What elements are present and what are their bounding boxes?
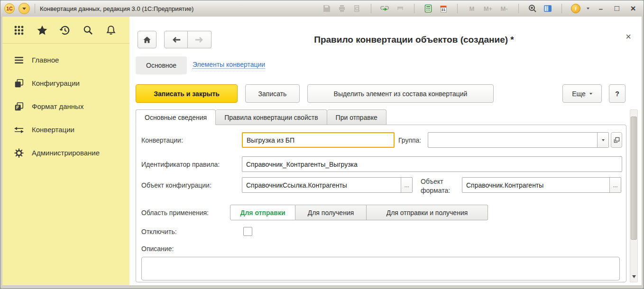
format-object-value: Справочник.Контрагенты <box>462 181 609 189</box>
more-button[interactable]: Еще <box>562 84 602 103</box>
tab-main-label: Основное <box>146 62 176 69</box>
scope-for-receiving[interactable]: Для получения <box>295 205 367 220</box>
forward-button[interactable] <box>188 31 212 48</box>
titlebar-divider <box>371 4 371 13</box>
main-menu-button[interactable] <box>18 3 30 14</box>
sidebar: Главное Конфигурации Формат данных Конве… <box>2 17 129 285</box>
titlebar-divider <box>561 4 562 13</box>
calendar-day: 31 <box>441 8 447 12</box>
chevron-down-icon <box>602 139 605 141</box>
memory-m-button[interactable]: M <box>465 5 478 12</box>
description-textarea[interactable] <box>141 257 620 280</box>
favorites-star-icon[interactable] <box>36 24 48 36</box>
vertical-scrollbar[interactable] <box>630 109 638 282</box>
sidebar-item-administration[interactable]: Администрирование <box>2 141 129 164</box>
help-button[interactable]: ? <box>609 84 626 103</box>
group-label: Группа: <box>398 136 421 144</box>
memory-m-plus-button[interactable]: M+ <box>481 5 495 12</box>
chevron-down-icon <box>589 93 592 95</box>
back-arrow-icon <box>171 36 181 44</box>
link-icon[interactable] <box>379 3 391 14</box>
notifications-bell-icon[interactable] <box>105 24 117 36</box>
page-title: Правило конвертации объектов (создание) … <box>224 35 604 45</box>
sidebar-item-label: Администрирование <box>32 149 100 157</box>
disable-label: Отключить: <box>141 228 177 235</box>
data-format-icon <box>13 101 25 112</box>
calendar-icon[interactable]: 31 <box>437 3 450 14</box>
1c-logo-text: 1С <box>7 6 13 11</box>
open-in-window-icon <box>614 137 620 143</box>
titlebar-divider <box>35 4 35 13</box>
tab-general-info[interactable]: Основные сведения <box>136 109 216 125</box>
history-icon[interactable] <box>59 24 71 36</box>
sidebar-item-configurations[interactable]: Конфигурации <box>2 72 129 95</box>
description-label: Описание: <box>141 245 174 253</box>
save-button[interactable]: Записать <box>245 84 300 103</box>
config-object-choose-button[interactable]: ... <box>401 178 412 192</box>
forward-arrow-icon <box>195 36 204 44</box>
more-label: Еще <box>572 90 586 98</box>
print-icon[interactable] <box>336 3 348 14</box>
scope-for-sending[interactable]: Для отправки <box>230 205 295 220</box>
conversions-icon <box>13 124 25 135</box>
format-object-input[interactable]: Справочник.Контрагенты ... <box>462 177 621 193</box>
group-open-button[interactable] <box>611 132 622 148</box>
sidebar-item-data-format[interactable]: Формат данных <box>2 95 129 118</box>
print-document-icon[interactable] <box>394 3 406 14</box>
title-bar: 1С Конвертация данных, редакция 3.0 (1С:… <box>0 0 644 17</box>
conversion-input[interactable]: Выгрузка из БП <box>242 132 395 148</box>
administration-gear-icon <box>13 147 25 159</box>
sidebar-item-main[interactable]: Главное <box>2 48 129 72</box>
menu-lines-icon <box>13 54 25 66</box>
rule-id-label: Идентификатор правила: <box>141 161 220 168</box>
conversion-value: Выгрузка из БП <box>243 136 394 144</box>
minimize-button[interactable]: – <box>594 5 607 13</box>
conversion-label: Конвертации: <box>141 136 183 144</box>
tab-main[interactable]: Основное <box>136 56 187 74</box>
app-window: 1С Конвертация данных, редакция 3.0 (1С:… <box>0 0 644 289</box>
form-tabstrip: Основные сведения Правила конвертации св… <box>136 109 386 125</box>
sidebar-divider <box>2 43 129 44</box>
group-dropdown-button[interactable] <box>597 133 608 147</box>
sidebar-item-label: Конвертации <box>32 126 74 134</box>
print-preview-icon[interactable] <box>351 3 363 14</box>
back-button[interactable] <box>164 31 188 48</box>
tab-property-conversion-rules[interactable]: Правила конвертации свойств <box>216 109 327 125</box>
disable-checkbox[interactable] <box>243 227 252 236</box>
config-object-input[interactable]: СправочникСсылка.Контрагенты ... <box>242 177 413 193</box>
search-icon[interactable] <box>82 24 94 36</box>
group-input[interactable] <box>428 132 609 148</box>
scope-label: Область применения: <box>141 209 209 217</box>
format-object-label: Объект формата: <box>421 177 460 195</box>
save-icon[interactable] <box>321 3 333 14</box>
save-and-close-button[interactable]: Записать и закрыть <box>136 84 238 103</box>
close-form-button[interactable]: × <box>626 32 631 41</box>
info-icon[interactable]: i <box>570 3 582 14</box>
memory-m-minus-button[interactable]: M- <box>497 5 511 12</box>
format-object-choose-button[interactable]: ... <box>609 178 621 192</box>
main-content: Правило конвертации объектов (создание) … <box>129 17 642 285</box>
scrollbar-thumb[interactable] <box>631 117 637 240</box>
chevron-down-icon <box>22 8 26 10</box>
sidebar-item-conversions[interactable]: Конвертации <box>2 118 129 141</box>
info-chevron-icon[interactable] <box>585 3 591 14</box>
close-window-button[interactable]: × <box>626 3 640 14</box>
apps-grid-icon[interactable] <box>13 24 25 36</box>
calculator-icon[interactable] <box>422 3 434 14</box>
maximize-button[interactable]: □ <box>610 4 624 13</box>
scope-for-sending-and-receiving[interactable]: Для отправки и получения <box>367 205 488 220</box>
extract-element-button[interactable]: Выделить элемент из состава конвертаций <box>307 84 494 103</box>
scroll-down-arrow-icon[interactable] <box>632 275 636 278</box>
rule-id-input[interactable]: Справочник_Контрагенты_Выгрузка <box>242 156 622 172</box>
rule-id-value: Справочник_Контрагенты_Выгрузка <box>242 161 622 168</box>
titlebar-divider <box>457 4 458 13</box>
scope-toggle-group: Для отправки Для получения Для отправки … <box>230 205 488 220</box>
titlebar-divider <box>518 4 519 13</box>
tab-on-send[interactable]: При отправке <box>327 109 386 125</box>
split-window-icon[interactable] <box>542 3 554 14</box>
link-conversion-elements[interactable]: Элементы конвертации <box>193 61 265 69</box>
zoom-icon[interactable] <box>526 3 539 14</box>
home-button[interactable] <box>138 31 156 48</box>
info-letter: i <box>571 4 580 13</box>
configurations-icon <box>13 78 25 89</box>
